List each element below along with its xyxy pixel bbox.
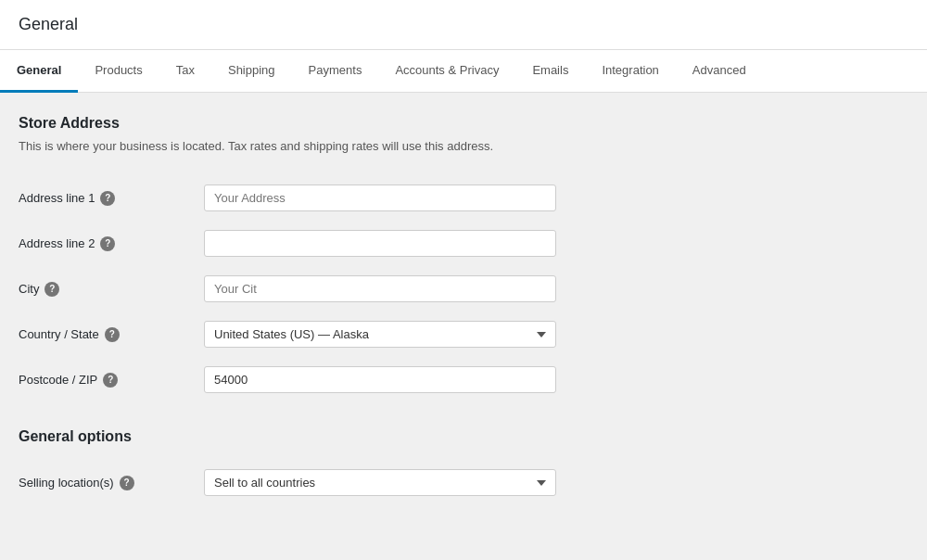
help-icon-country_state[interactable]: ?	[105, 327, 120, 342]
form-row-postcode: Postcode / ZIP?	[19, 357, 908, 402]
general-options-title: General options	[19, 428, 908, 445]
help-icon-address2[interactable]: ?	[100, 236, 115, 251]
help-icon-address1[interactable]: ?	[100, 191, 115, 206]
tab-integration[interactable]: Integration	[585, 50, 675, 93]
help-icon-postcode[interactable]: ?	[103, 373, 118, 388]
label-address1: Address line 1	[19, 191, 95, 205]
main-content: Store Address This is where your busines…	[0, 93, 927, 528]
label-address2: Address line 2	[19, 236, 95, 250]
tab-accounts-privacy[interactable]: Accounts & Privacy	[378, 50, 515, 93]
form-row-selling_location: Selling location(s)?Sell to all countrie…	[19, 460, 908, 505]
tab-payments[interactable]: Payments	[292, 50, 379, 93]
store-address-title: Store Address	[19, 115, 908, 132]
select-country_state[interactable]: United States (US) — Alaska	[204, 321, 556, 348]
form-row-address2: Address line 2?	[19, 221, 908, 266]
general-options-table: Selling location(s)?Sell to all countrie…	[19, 460, 908, 505]
tab-tax[interactable]: Tax	[159, 50, 211, 93]
tab-shipping[interactable]: Shipping	[211, 50, 292, 93]
label-country_state: Country / State	[19, 327, 99, 341]
tabs-bar: GeneralProductsTaxShippingPaymentsAccoun…	[0, 50, 927, 93]
input-city[interactable]	[204, 275, 556, 302]
label-selling_location: Selling location(s)	[19, 476, 114, 490]
form-row-address1: Address line 1?	[19, 175, 908, 221]
tab-advanced[interactable]: Advanced	[676, 50, 763, 93]
tab-general[interactable]: General	[0, 50, 78, 93]
input-address2[interactable]	[204, 230, 556, 257]
tab-emails[interactable]: Emails	[515, 50, 585, 93]
label-city: City	[19, 282, 39, 296]
page-title: General	[19, 15, 908, 34]
help-icon-city[interactable]: ?	[44, 282, 59, 297]
label-postcode: Postcode / ZIP	[19, 373, 97, 387]
help-icon-selling_location[interactable]: ?	[120, 476, 134, 490]
select-selling_location[interactable]: Sell to all countries	[204, 469, 556, 496]
page-header: General	[0, 0, 927, 50]
form-row-city: City?	[19, 266, 908, 312]
form-row-country_state: Country / State?United States (US) — Ala…	[19, 312, 908, 357]
store-address-desc: This is where your business is located. …	[19, 139, 908, 153]
tab-products[interactable]: Products	[78, 50, 159, 93]
input-address1[interactable]	[204, 185, 556, 211]
address-form-table: Address line 1?Address line 2?City?Count…	[19, 175, 908, 402]
input-postcode[interactable]	[204, 366, 556, 393]
